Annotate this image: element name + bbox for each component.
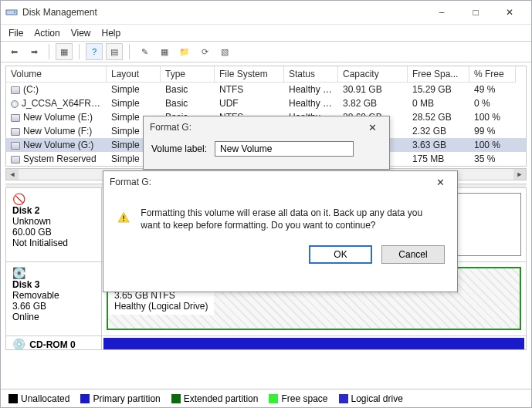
volume-row[interactable]: J_CCSA_X64FRE_E...SimpleBasicUDFHealthy …	[6, 96, 526, 110]
menu-action[interactable]: Action	[34, 28, 59, 39]
format-dialog-close-icon[interactable]: ✕	[361, 122, 383, 133]
disk-error-icon: 🚫	[12, 193, 25, 205]
disk3-line1: Removable	[12, 290, 95, 301]
warning-icon	[117, 207, 130, 228]
cell-pct: 99 %	[469, 124, 516, 138]
help-icon[interactable]: ?	[86, 43, 103, 60]
cell-free: 28.52 GB	[408, 110, 469, 124]
cell-layout: Simple	[107, 83, 161, 96]
cdrom-bar	[103, 338, 524, 350]
cdrom-icon: 💿	[12, 338, 25, 350]
volume-label-text: Volume label:	[151, 143, 207, 154]
legend-primary: Primary partition	[93, 393, 160, 404]
disk2-line1: Unknown	[12, 216, 95, 227]
col-pct[interactable]: % Free	[469, 66, 516, 83]
toolbar-action5-icon[interactable]: ▧	[216, 43, 233, 60]
toolbar-divider	[129, 44, 130, 59]
cell-fs: NTFS	[215, 83, 284, 96]
volume-icon	[11, 156, 20, 164]
back-button[interactable]: ⬅	[5, 43, 22, 60]
volume-icon	[11, 142, 20, 150]
cell-pct: 49 %	[469, 83, 516, 96]
toolbar-action2-icon[interactable]: ▦	[156, 43, 173, 60]
volume-icon	[11, 114, 20, 122]
svg-rect-3	[123, 215, 124, 219]
cell-free: 3.63 GB	[408, 138, 469, 152]
menu-view[interactable]: View	[71, 28, 91, 39]
cell-volume: (C:)	[23, 84, 39, 95]
window-title: Disk Management	[22, 7, 425, 18]
minimize-button[interactable]: –	[425, 1, 459, 24]
cell-fs: UDF	[215, 96, 284, 110]
col-volume[interactable]: Volume	[6, 66, 107, 83]
app-icon	[5, 6, 18, 19]
scroll-right-icon[interactable]: ►	[513, 169, 526, 180]
svg-point-1	[14, 12, 15, 13]
partition-status: Healthy (Logical Drive)	[114, 301, 208, 312]
cell-pct: 0 %	[469, 96, 516, 110]
menubar: File Action View Help	[1, 24, 531, 41]
cell-volume: System Reserved	[23, 153, 97, 164]
legend-unallocated: Unallocated	[21, 393, 69, 404]
cdrom-name: CD-ROM 0	[29, 339, 75, 350]
disk-management-window: Disk Management – □ ✕ File Action View H…	[0, 0, 532, 408]
col-free[interactable]: Free Spa...	[408, 66, 469, 83]
volume-label-input[interactable]	[215, 141, 354, 157]
volume-list-header: Volume Layout Type File System Status Ca…	[6, 66, 526, 83]
cell-layout: Simple	[107, 96, 161, 110]
cell-status: Healthy (B...	[284, 83, 338, 96]
cell-pct: 100 %	[469, 110, 516, 124]
swatch-free	[269, 394, 278, 403]
cancel-button[interactable]: Cancel	[381, 245, 445, 264]
cell-type: Basic	[161, 96, 215, 110]
legend: Unallocated Primary partition Extended p…	[1, 389, 531, 407]
toolbar-refresh-icon[interactable]: ⟳	[196, 43, 213, 60]
scroll-left-icon[interactable]: ◄	[6, 169, 19, 180]
maximize-button[interactable]: □	[459, 1, 493, 24]
col-status[interactable]: Status	[284, 66, 338, 83]
toolbar-details-icon[interactable]: ▤	[106, 43, 123, 60]
cell-volume: New Volume (F:)	[23, 126, 92, 137]
disk3-name: Disk 3	[12, 279, 95, 290]
cell-type: Basic	[161, 83, 215, 96]
legend-extended: Extended partition	[184, 393, 259, 404]
cell-pct: 35 %	[469, 152, 516, 166]
cell-capacity: 30.91 GB	[338, 83, 408, 96]
swatch-extended	[171, 394, 181, 403]
confirm-message: Formatting this volume will erase all da…	[141, 207, 443, 231]
toolbar-divider	[79, 44, 80, 59]
format-dialog-title: Format G:	[150, 122, 191, 133]
col-type[interactable]: Type	[161, 66, 215, 83]
toolbar-view-icon[interactable]: ▦	[56, 43, 73, 60]
forward-button[interactable]: ➡	[25, 43, 42, 60]
menu-help[interactable]: Help	[102, 28, 121, 39]
confirm-dialog-close-icon[interactable]: ✕	[429, 177, 451, 188]
close-button[interactable]: ✕	[493, 1, 527, 24]
menu-file[interactable]: File	[8, 28, 23, 39]
disk3-line2: 3.66 GB	[12, 301, 95, 312]
toolbar-action1-icon[interactable]: ✎	[136, 43, 153, 60]
col-layout[interactable]: Layout	[107, 66, 161, 83]
toolbar: ⬅ ➡ ▦ ? ▤ ✎ ▦ 📁 ⟳ ▧	[1, 41, 531, 62]
disk3-line3: Online	[12, 312, 95, 322]
disk3-info: 💽 Disk 3 Removable 3.66 GB Online	[6, 262, 102, 336]
disk-removable-icon: 💽	[12, 267, 25, 279]
format-dialog: Format G: ✕ Volume label:	[143, 116, 390, 170]
cell-capacity: 3.82 GB	[338, 96, 408, 110]
cell-volume: New Volume (E:)	[23, 112, 93, 123]
format-confirm-dialog: Format G: ✕ Formatting this volume will …	[103, 170, 458, 292]
volume-icon	[11, 86, 20, 94]
toolbar-action3-icon[interactable]: 📁	[176, 43, 193, 60]
cell-volume: New Volume (G:)	[23, 140, 93, 150]
swatch-primary	[80, 394, 90, 403]
disk-row-cdrom[interactable]: 💿 CD-ROM 0	[6, 336, 526, 350]
col-fs[interactable]: File System	[215, 66, 284, 83]
cell-free: 15.29 GB	[408, 83, 469, 96]
volume-icon	[11, 128, 20, 136]
ok-button[interactable]: OK	[309, 245, 372, 264]
disk2-line2: 60.00 GB	[12, 227, 95, 238]
legend-logical: Logical drive	[351, 393, 403, 404]
col-capacity[interactable]: Capacity	[338, 66, 408, 83]
toolbar-divider	[49, 44, 49, 59]
volume-row[interactable]: (C:)SimpleBasicNTFSHealthy (B...30.91 GB…	[6, 83, 526, 96]
